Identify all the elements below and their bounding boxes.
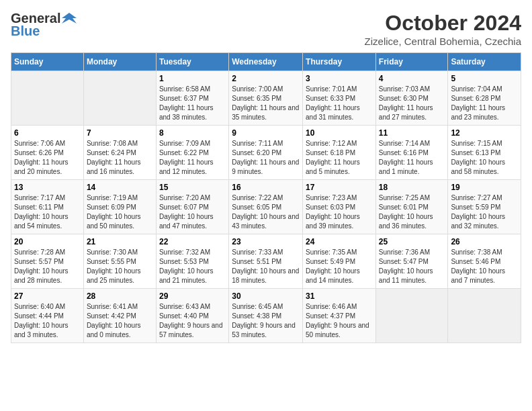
day-number: 27 <box>14 291 81 301</box>
day-number: 14 <box>87 183 153 192</box>
day-number: 29 <box>159 291 226 301</box>
location-title: Zizelice, Central Bohemia, Czechia <box>365 36 521 47</box>
calendar-cell: 16Sunrise: 7:22 AMSunset: 6:05 PMDayligh… <box>229 180 303 234</box>
calendar-cell: 19Sunrise: 7:27 AMSunset: 5:59 PMDayligh… <box>448 180 521 234</box>
calendar-cell: 10Sunrise: 7:12 AMSunset: 6:18 PMDayligh… <box>303 126 376 180</box>
calendar-cell: 18Sunrise: 7:25 AMSunset: 6:01 PMDayligh… <box>375 180 448 234</box>
day-info: Sunrise: 7:12 AMSunset: 6:18 PMDaylight:… <box>306 139 373 177</box>
day-number: 25 <box>379 237 445 246</box>
day-number: 16 <box>232 183 300 192</box>
calendar-cell: 15Sunrise: 7:20 AMSunset: 6:07 PMDayligh… <box>156 180 228 234</box>
day-info: Sunrise: 7:32 AMSunset: 5:53 PMDaylight:… <box>159 248 226 285</box>
day-number: 15 <box>159 183 226 192</box>
calendar-cell: 13Sunrise: 7:17 AMSunset: 6:11 PMDayligh… <box>11 180 84 234</box>
day-number: 31 <box>306 291 373 301</box>
calendar-table: SundayMondayTuesdayWednesdayThursdayFrid… <box>11 52 521 343</box>
day-info: Sunrise: 7:15 AMSunset: 6:13 PMDaylight:… <box>451 139 518 177</box>
calendar-cell <box>11 71 84 126</box>
logo: General Blue <box>11 11 77 39</box>
calendar-week-2: 6Sunrise: 7:06 AMSunset: 6:26 PMDaylight… <box>11 126 521 180</box>
day-number: 1 <box>159 74 226 83</box>
calendar-cell: 9Sunrise: 7:11 AMSunset: 6:20 PMDaylight… <box>229 126 303 180</box>
day-info: Sunrise: 7:35 AMSunset: 5:49 PMDaylight:… <box>306 248 373 285</box>
day-info: Sunrise: 6:43 AMSunset: 4:40 PMDaylight:… <box>159 302 226 340</box>
day-number: 19 <box>451 183 518 192</box>
day-info: Sunrise: 7:14 AMSunset: 6:16 PMDaylight:… <box>379 139 445 177</box>
calendar-cell: 28Sunrise: 6:41 AMSunset: 4:42 PMDayligh… <box>83 289 156 343</box>
calendar-cell: 5Sunrise: 7:04 AMSunset: 6:28 PMDaylight… <box>448 71 521 126</box>
day-number: 7 <box>87 128 153 138</box>
weekday-wednesday: Wednesday <box>229 53 303 71</box>
calendar-cell <box>83 71 156 126</box>
calendar-cell: 25Sunrise: 7:36 AMSunset: 5:47 PMDayligh… <box>375 234 448 289</box>
calendar-cell: 2Sunrise: 7:00 AMSunset: 6:35 PMDaylight… <box>229 71 303 126</box>
calendar-cell <box>375 289 448 343</box>
day-number: 22 <box>159 237 226 246</box>
day-number: 12 <box>451 128 518 138</box>
calendar-week-3: 13Sunrise: 7:17 AMSunset: 6:11 PMDayligh… <box>11 180 521 234</box>
day-info: Sunrise: 7:04 AMSunset: 6:28 PMDaylight:… <box>451 85 518 122</box>
day-number: 2 <box>232 74 300 83</box>
day-number: 28 <box>87 291 153 301</box>
weekday-header-row: SundayMondayTuesdayWednesdayThursdayFrid… <box>11 53 521 71</box>
calendar-cell: 8Sunrise: 7:09 AMSunset: 6:22 PMDaylight… <box>156 126 228 180</box>
calendar-body: 1Sunrise: 6:58 AMSunset: 6:37 PMDaylight… <box>11 71 521 343</box>
day-info: Sunrise: 7:27 AMSunset: 5:59 PMDaylight:… <box>451 193 518 231</box>
day-number: 26 <box>451 237 518 246</box>
day-number: 20 <box>14 237 81 246</box>
calendar-week-5: 27Sunrise: 6:40 AMSunset: 4:44 PMDayligh… <box>11 289 521 343</box>
calendar-week-1: 1Sunrise: 6:58 AMSunset: 6:37 PMDaylight… <box>11 71 521 126</box>
day-number: 30 <box>232 291 300 301</box>
page-header: General Blue October 2024 Zizelice, Cent… <box>11 11 521 47</box>
calendar-cell <box>448 289 521 343</box>
day-number: 5 <box>451 74 518 83</box>
calendar-cell: 11Sunrise: 7:14 AMSunset: 6:16 PMDayligh… <box>375 126 448 180</box>
day-info: Sunrise: 7:19 AMSunset: 6:09 PMDaylight:… <box>87 193 153 231</box>
calendar-cell: 27Sunrise: 6:40 AMSunset: 4:44 PMDayligh… <box>11 289 84 343</box>
day-info: Sunrise: 7:17 AMSunset: 6:11 PMDaylight:… <box>14 193 81 231</box>
weekday-friday: Friday <box>375 53 448 71</box>
calendar-cell: 14Sunrise: 7:19 AMSunset: 6:09 PMDayligh… <box>83 180 156 234</box>
title-section: October 2024 Zizelice, Central Bohemia, … <box>365 11 521 47</box>
day-info: Sunrise: 7:30 AMSunset: 5:55 PMDaylight:… <box>87 248 153 285</box>
calendar-cell: 24Sunrise: 7:35 AMSunset: 5:49 PMDayligh… <box>303 234 376 289</box>
day-number: 21 <box>87 237 153 246</box>
day-number: 9 <box>232 128 300 138</box>
calendar-cell: 4Sunrise: 7:03 AMSunset: 6:30 PMDaylight… <box>375 71 448 126</box>
day-info: Sunrise: 7:25 AMSunset: 6:01 PMDaylight:… <box>379 193 445 231</box>
logo-blue-text: Blue <box>11 24 40 39</box>
calendar-cell: 21Sunrise: 7:30 AMSunset: 5:55 PMDayligh… <box>83 234 156 289</box>
calendar-cell: 22Sunrise: 7:32 AMSunset: 5:53 PMDayligh… <box>156 234 228 289</box>
day-info: Sunrise: 7:00 AMSunset: 6:35 PMDaylight:… <box>232 85 300 122</box>
calendar-cell: 31Sunrise: 6:46 AMSunset: 4:37 PMDayligh… <box>303 289 376 343</box>
day-info: Sunrise: 7:36 AMSunset: 5:47 PMDaylight:… <box>379 248 445 285</box>
day-info: Sunrise: 6:41 AMSunset: 4:42 PMDaylight:… <box>87 302 153 340</box>
day-number: 6 <box>14 128 81 138</box>
day-number: 3 <box>306 74 373 83</box>
calendar-cell: 3Sunrise: 7:01 AMSunset: 6:33 PMDaylight… <box>303 71 376 126</box>
day-number: 17 <box>306 183 373 192</box>
day-number: 18 <box>379 183 445 192</box>
day-info: Sunrise: 7:23 AMSunset: 6:03 PMDaylight:… <box>306 193 373 231</box>
day-info: Sunrise: 7:38 AMSunset: 5:46 PMDaylight:… <box>451 248 518 285</box>
calendar-cell: 30Sunrise: 6:45 AMSunset: 4:38 PMDayligh… <box>229 289 303 343</box>
day-info: Sunrise: 6:58 AMSunset: 6:37 PMDaylight:… <box>159 85 226 122</box>
calendar-cell: 26Sunrise: 7:38 AMSunset: 5:46 PMDayligh… <box>448 234 521 289</box>
day-info: Sunrise: 7:33 AMSunset: 5:51 PMDaylight:… <box>232 248 300 285</box>
day-info: Sunrise: 6:40 AMSunset: 4:44 PMDaylight:… <box>14 302 81 340</box>
calendar-cell: 1Sunrise: 6:58 AMSunset: 6:37 PMDaylight… <box>156 71 228 126</box>
day-info: Sunrise: 7:08 AMSunset: 6:24 PMDaylight:… <box>87 139 153 177</box>
day-info: Sunrise: 7:09 AMSunset: 6:22 PMDaylight:… <box>159 139 226 177</box>
logo-bird-icon <box>62 11 77 26</box>
weekday-saturday: Saturday <box>448 53 521 71</box>
weekday-thursday: Thursday <box>303 53 376 71</box>
day-info: Sunrise: 7:03 AMSunset: 6:30 PMDaylight:… <box>379 85 445 122</box>
day-info: Sunrise: 7:06 AMSunset: 6:26 PMDaylight:… <box>14 139 81 177</box>
day-number: 10 <box>306 128 373 138</box>
day-info: Sunrise: 7:20 AMSunset: 6:07 PMDaylight:… <box>159 193 226 231</box>
calendar-cell: 12Sunrise: 7:15 AMSunset: 6:13 PMDayligh… <box>448 126 521 180</box>
calendar-cell: 6Sunrise: 7:06 AMSunset: 6:26 PMDaylight… <box>11 126 84 180</box>
day-number: 13 <box>14 183 81 192</box>
day-info: Sunrise: 6:46 AMSunset: 4:37 PMDaylight:… <box>306 302 373 340</box>
day-number: 24 <box>306 237 373 246</box>
